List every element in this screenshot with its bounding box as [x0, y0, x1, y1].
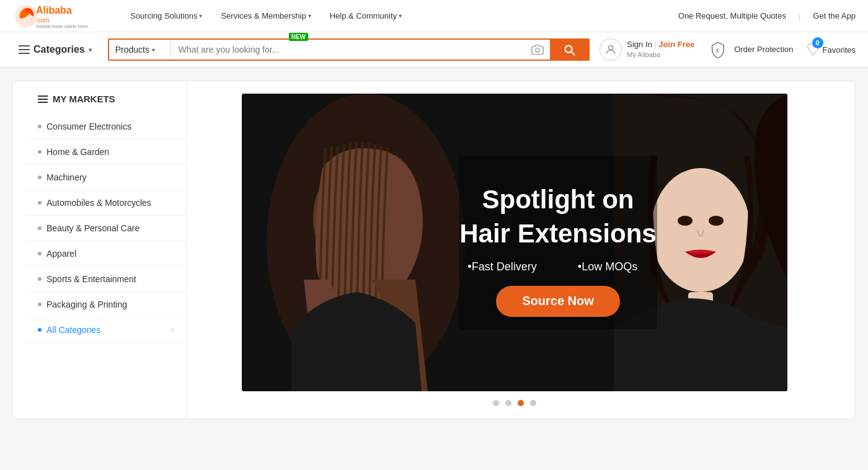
carousel-dot-1[interactable]: [493, 400, 499, 406]
sidebar-list: Consumer Electronics Home & Garden Machi…: [25, 114, 186, 343]
my-alibaba-label[interactable]: My Alibaba: [627, 50, 694, 59]
dot-icon: [38, 125, 42, 128]
search-bar: NEW Products ▾: [108, 38, 590, 61]
products-label: Products: [115, 45, 149, 55]
svg-point-10: [651, 168, 750, 292]
camera-icon: [531, 43, 544, 56]
carousel-dot-4[interactable]: [530, 400, 536, 406]
category-label: Sports & Entertainment: [46, 274, 136, 284]
categories-label: Categories: [33, 44, 85, 55]
my-markets-title: MY MARKETS: [53, 94, 115, 104]
services-chevron-icon: ▾: [308, 12, 311, 19]
person-icon: [604, 43, 617, 56]
hamburger-icon: [19, 45, 30, 54]
join-free-label[interactable]: Join Free: [658, 40, 694, 49]
content-area: MY MARKETS Consumer Electronics Home & G…: [12, 81, 856, 419]
svg-text:•Fast Delivery: •Fast Delivery: [467, 260, 536, 273]
svg-text:•Low MOQs: •Low MOQs: [578, 260, 637, 273]
main-content: Spotlight on Hair Extensions •Fast Deliv…: [187, 81, 843, 419]
favorites-badge: 0: [812, 37, 823, 48]
logo[interactable]: Alibaba .com Global trade starts here.: [12, 3, 112, 29]
nav-right-icons: Sign In | Join Free My Alibaba $ Order P…: [600, 38, 856, 61]
shield-dollar-icon: $: [709, 41, 727, 58]
top-nav-right: One Request, Multiple Quotes | Get the A…: [678, 11, 856, 20]
categories-button[interactable]: Categories ▾: [12, 40, 98, 59]
categories-chevron-icon: ▾: [89, 47, 92, 53]
sourcing-solutions-link[interactable]: Sourcing Solutions ▾: [130, 11, 202, 20]
search-input[interactable]: [171, 40, 526, 60]
sidebar-item-sports[interactable]: Sports & Entertainment: [25, 267, 186, 292]
sidebar-item-automobiles[interactable]: Automobiles & Motorcycles: [25, 190, 186, 216]
one-request-text: One Request, Multiple Quotes: [678, 11, 786, 20]
dot-icon: [38, 150, 42, 154]
svg-text:Global trade starts here.: Global trade starts here.: [36, 24, 89, 29]
get-app-link[interactable]: Get the App: [813, 11, 856, 20]
help-community-label: Help & Community: [330, 11, 397, 20]
main-nav: Categories ▾ NEW Products ▾: [0, 32, 868, 68]
category-label: Apparel: [46, 249, 76, 259]
category-label: Automobiles & Motorcycles: [46, 198, 151, 208]
all-categories-label: All Categories: [46, 325, 100, 335]
sourcing-chevron-icon: ▾: [199, 12, 202, 19]
svg-point-11: [678, 216, 693, 226]
help-chevron-icon: ▾: [399, 12, 402, 19]
svg-text:$: $: [716, 48, 720, 54]
top-nav-left: Alibaba .com Global trade starts here. S…: [12, 3, 402, 29]
category-label: Beauty & Personal Care: [46, 223, 140, 233]
sidebar-item-beauty[interactable]: Beauty & Personal Care: [25, 216, 186, 241]
sidebar-title: MY MARKETS: [25, 94, 186, 114]
carousel-dot-2[interactable]: [505, 400, 512, 406]
top-divider: |: [799, 11, 800, 20]
sign-in-text: Sign In | Join Free My Alibaba: [627, 40, 694, 59]
svg-text:.com: .com: [36, 17, 50, 24]
alibaba-logo: Alibaba .com Global trade starts here.: [12, 3, 112, 29]
products-chevron-icon: ▾: [152, 47, 155, 53]
sidebar-item-machinery[interactable]: Machinery: [25, 165, 186, 190]
order-protection-label: Order Protection: [734, 45, 793, 55]
banner-svg: Spotlight on Hair Extensions •Fast Deliv…: [242, 94, 787, 391]
svg-point-12: [709, 216, 724, 226]
new-badge: NEW: [289, 33, 308, 41]
category-label: Packaging & Printing: [46, 299, 127, 309]
carousel-dot-3[interactable]: [518, 400, 524, 406]
sourcing-solutions-label: Sourcing Solutions: [130, 11, 197, 20]
dot-icon: [38, 277, 42, 281]
order-protection-icon: $: [707, 38, 729, 61]
services-membership-label: Services & Membership: [221, 11, 306, 20]
sidebar-item-all-categories[interactable]: All Categories ›: [25, 317, 186, 343]
order-protection-text: Order Protection: [734, 45, 793, 55]
search-button[interactable]: [550, 40, 588, 60]
carousel-dots: [493, 400, 536, 406]
sidebar-item-consumer-electronics[interactable]: Consumer Electronics: [25, 114, 186, 140]
sidebar: MY MARKETS Consumer Electronics Home & G…: [25, 81, 187, 419]
dot-icon: [38, 252, 42, 255]
svg-text:Spotlight on: Spotlight on: [482, 185, 634, 214]
favorites-group[interactable]: ♡ 0 Favorites: [806, 40, 856, 60]
sidebar-item-packaging[interactable]: Packaging & Printing: [25, 292, 186, 317]
order-protection-group[interactable]: $ Order Protection: [707, 38, 793, 61]
svg-text:Hair Extensions: Hair Extensions: [459, 219, 656, 248]
camera-search-button[interactable]: [525, 40, 550, 60]
svg-text:Source Now: Source Now: [522, 294, 594, 308]
sidebar-menu-icon: [38, 95, 48, 103]
arrow-right-icon: ›: [171, 326, 174, 334]
svg-point-5: [609, 45, 613, 50]
dot-icon: [38, 201, 42, 205]
help-community-link[interactable]: Help & Community ▾: [330, 11, 402, 20]
svg-point-4: [536, 48, 540, 53]
sign-in-group[interactable]: Sign In | Join Free My Alibaba: [600, 38, 694, 61]
sidebar-item-home-garden[interactable]: Home & Garden: [25, 140, 186, 165]
hero-banner: Spotlight on Hair Extensions •Fast Deliv…: [242, 94, 787, 391]
category-label: Machinery: [46, 172, 87, 182]
sign-in-label[interactable]: Sign In: [627, 40, 652, 49]
user-icon: [600, 38, 622, 61]
services-membership-link[interactable]: Services & Membership ▾: [221, 11, 311, 20]
top-nav: Alibaba .com Global trade starts here. S…: [0, 0, 868, 32]
dot-icon-blue: [38, 328, 42, 332]
category-label: Consumer Electronics: [46, 122, 131, 131]
search-category-dropdown[interactable]: Products ▾: [109, 40, 171, 60]
dot-icon: [38, 175, 42, 179]
sidebar-item-apparel[interactable]: Apparel: [25, 241, 186, 267]
dot-icon: [38, 303, 42, 306]
search-icon: [562, 43, 576, 56]
